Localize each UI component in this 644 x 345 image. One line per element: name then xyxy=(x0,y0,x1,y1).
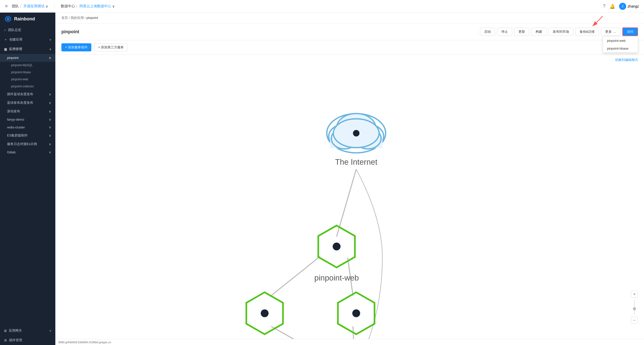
user-info[interactable]: Z zhangz xyxy=(619,3,639,10)
app-management-chevron: ∧ xyxy=(49,48,51,51)
datacenter-label: 数据中心： xyxy=(61,4,78,9)
bluegreen-deploy-chevron: ∨ xyxy=(49,101,51,105)
publish-button[interactable]: 发布到市场 xyxy=(548,28,573,36)
content: 首页 / 我的应用 / pinpoint pinpoint 启动 停止 更新 构… xyxy=(55,13,644,345)
build-button[interactable]: 构建 xyxy=(531,28,546,36)
logo: Rainbond xyxy=(0,13,55,25)
svg-point-11 xyxy=(353,130,359,136)
plugin-bluegreen-chevron: ∨ xyxy=(49,92,51,96)
fanyy-chevron: ∨ xyxy=(49,118,51,121)
topbar-left: ≡ 团队： 开源应用测试 ∨ | 数据中心： 阿里云上海数据中心 ∨ xyxy=(5,4,115,9)
user-name: zhangz xyxy=(628,4,639,8)
zoom-in-button[interactable]: + xyxy=(631,291,638,298)
sidebar-item-plugin-mgmt[interactable]: ⚙ 插件管理 xyxy=(0,335,55,345)
start-button[interactable]: 启动 xyxy=(480,28,495,36)
sidebar-group-es[interactable]: ES集群版制作 ∨ xyxy=(0,131,55,140)
topology-graph: The Internet pinpoint-web pinpoint-MySQL xyxy=(55,55,644,339)
zoom-slider[interactable] xyxy=(634,300,635,315)
datacenter-dropdown-icon[interactable]: ∨ xyxy=(112,4,115,8)
zoom-out-button[interactable]: − xyxy=(631,317,638,324)
sidebar-sub-pinpoint-mysql[interactable]: pinpoint-MySQL xyxy=(0,62,55,69)
sidebar: Rainbond ○ 团队总览 ＋ 创建应用 ∨ ▦ 应用管理 ∧ pinpoi… xyxy=(0,13,55,345)
team-dropdown-icon[interactable]: ∨ xyxy=(46,4,48,8)
bluegreen-deploy-label: 蓝绿发布灰度发布 xyxy=(7,100,33,105)
backup-button[interactable]: 备份&迁移 xyxy=(575,28,599,36)
breadcrumb-sep2: / xyxy=(85,16,86,20)
sidebar-item-app-gateway[interactable]: ⊞ 应用网关 ∨ xyxy=(0,326,55,335)
visit-button[interactable]: 访问 xyxy=(622,27,638,36)
plugin-mgmt-label: 插件管理 xyxy=(9,338,22,342)
logo-icon xyxy=(4,15,12,23)
edge-mysql-hbase xyxy=(271,326,346,339)
sub-toolbar: + 添加服务组件 + 添加第三方服务 拓扑图 列表 xyxy=(55,40,644,55)
sidebar-item-team-overview[interactable]: ○ 团队总览 xyxy=(0,25,55,35)
dropdown-item-web[interactable]: pinpoint-web xyxy=(603,37,638,45)
svg-point-17 xyxy=(261,309,268,317)
pinpoint-web-label: pinpoint-web xyxy=(11,78,28,81)
logo-text: Rainbond xyxy=(14,16,35,22)
breadcrumb-current: pinpoint xyxy=(87,16,98,20)
sidebar-group-pinpoint[interactable]: pinpoint ∧ xyxy=(0,54,55,62)
topbar-right: ? 🔔 Z zhangz xyxy=(603,3,639,10)
add-third-party-button[interactable]: + 添加第三方服务 xyxy=(94,43,128,51)
svg-text:pinpoint-web: pinpoint-web xyxy=(314,273,359,282)
page-actions: 启动 停止 更新 构建 发布到市场 备份&迁移 更多 … 访问 pinpoint… xyxy=(480,27,638,36)
plugin-bluegreen-label: 插件蓝绿灰度发布 xyxy=(7,92,33,96)
help-icon[interactable]: ? xyxy=(603,4,606,9)
node-pinpoint-collector[interactable]: pinpoint-collector xyxy=(327,292,386,339)
log-chevron: ∨ xyxy=(49,142,51,146)
node-internet[interactable]: The Internet xyxy=(327,114,386,166)
sidebar-sub-pinpoint-collector[interactable]: pinpoint-collector xyxy=(0,83,55,90)
app-management-label: 应用管理 xyxy=(9,47,22,51)
app-gateway-chevron: ∨ xyxy=(49,329,51,332)
team-name-link[interactable]: 开源应用测试 xyxy=(23,4,45,9)
more-button[interactable]: 更多 … xyxy=(601,28,620,36)
sidebar-group-rolling[interactable]: 滚动发布 ∨ xyxy=(0,107,55,116)
dropdown-item-hbase[interactable]: pinpoint-hbase xyxy=(603,45,638,52)
pinpoint-collector-label: pinpoint-collector xyxy=(11,85,34,88)
pinpoint-group-label: pinpoint xyxy=(7,56,19,60)
svg-text:The Internet: The Internet xyxy=(335,158,378,166)
add-service-button[interactable]: + 添加服务组件 xyxy=(61,43,91,51)
create-app-label: 创建应用 xyxy=(9,37,22,42)
edge-curve-1 xyxy=(356,169,382,339)
team-overview-label: 团队总览 xyxy=(8,28,21,32)
fanyy-label: fanyy-demo xyxy=(7,118,24,121)
create-app-chevron: ∨ xyxy=(49,38,51,41)
topbar-divider: | xyxy=(54,4,55,8)
node-pinpoint-mysql[interactable]: pinpoint-MySQL xyxy=(236,292,293,339)
topbar: ≡ 团队： 开源应用测试 ∨ | 数据中心： 阿里云上海数据中心 ∨ ? 🔔 Z… xyxy=(0,0,644,13)
node-pinpoint-web[interactable]: pinpoint-web xyxy=(314,226,359,282)
sidebar-group-redis[interactable]: redis-cluster ∨ xyxy=(0,123,55,131)
statusbar: 8080.gr65b658.52bli69h.0196bd.grapps.cn xyxy=(55,339,644,345)
gitlab-chevron: ∨ xyxy=(49,150,51,154)
sidebar-item-app-management[interactable]: ▦ 应用管理 ∧ xyxy=(0,44,55,54)
sidebar-item-create-app[interactable]: ＋ 创建应用 ∨ xyxy=(0,35,55,44)
sidebar-sub-pinpoint-web[interactable]: pinpoint-web xyxy=(0,76,55,83)
rolling-label: 滚动发布 xyxy=(7,109,20,114)
sidebar-group-plugin-bluegreen[interactable]: 插件蓝绿灰度发布 ∨ xyxy=(0,90,55,98)
page-title: pinpoint xyxy=(61,29,79,34)
redis-chevron: ∨ xyxy=(49,125,51,129)
main-layout: Rainbond ○ 团队总览 ＋ 创建应用 ∨ ▦ 应用管理 ∧ pinpoi… xyxy=(0,13,644,345)
sidebar-group-gitlab[interactable]: Gitlab ∨ xyxy=(0,148,55,156)
app-gateway-label: 应用网关 xyxy=(9,328,22,333)
sidebar-group-bluegreen-deploy[interactable]: 蓝绿发布灰度发布 ∨ xyxy=(0,98,55,107)
breadcrumb-my-apps[interactable]: 我的应用 xyxy=(71,16,84,20)
zoom-handle[interactable] xyxy=(633,307,636,310)
breadcrumb-sep1: / xyxy=(69,16,70,20)
team-overview-icon: ○ xyxy=(4,28,6,32)
app-gateway-icon: ⊞ xyxy=(4,329,7,333)
datacenter-selector: 数据中心： 阿里云上海数据中心 ∨ xyxy=(61,4,115,9)
notification-icon[interactable]: 🔔 xyxy=(610,4,615,9)
stop-button[interactable]: 停止 xyxy=(497,28,512,36)
menu-icon[interactable]: ≡ xyxy=(5,4,8,9)
redis-label: redis-cluster xyxy=(7,125,25,129)
pinpoint-hbase-label: pinpoint-hbase xyxy=(11,71,31,74)
sidebar-group-log[interactable]: 服务日志对接Es示例 ∨ xyxy=(0,140,55,148)
datacenter-name-link[interactable]: 阿里云上海数据中心 xyxy=(79,4,111,9)
breadcrumb-home[interactable]: 首页 xyxy=(61,16,68,20)
update-button[interactable]: 更新 xyxy=(514,28,529,36)
sidebar-group-fanyy[interactable]: fanyy-demo ∨ xyxy=(0,116,55,123)
sidebar-sub-pinpoint-hbase[interactable]: pinpoint-hbase xyxy=(0,69,55,76)
